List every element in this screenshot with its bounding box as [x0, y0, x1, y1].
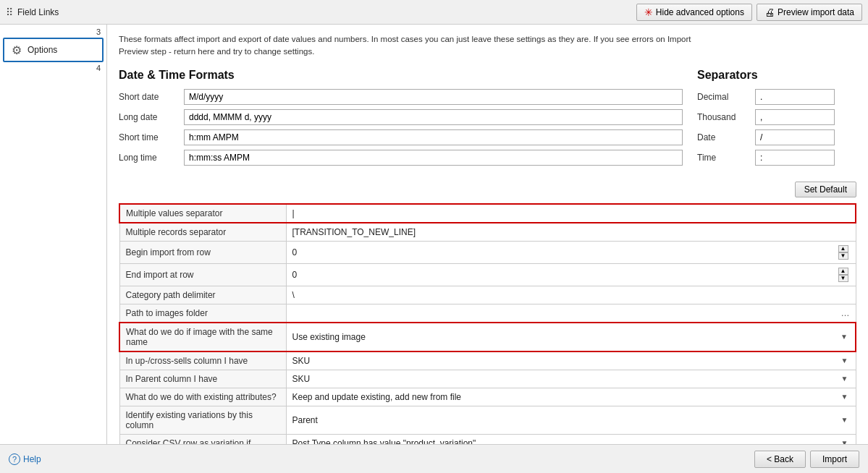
sidebar-item-options[interactable]: ⚙ Options	[3, 38, 104, 62]
decimal-row: Decimal	[697, 89, 856, 105]
dropdown-cell[interactable]: Post Type column has value "product_vari…	[292, 438, 850, 445]
row-value-cell[interactable]: Keep and update existing, add new from f…	[286, 388, 856, 406]
short-date-input[interactable]	[184, 89, 683, 105]
row-label: Multiple values separator	[119, 204, 286, 223]
table-row: Consider CSV row as variation if Post Ty…	[119, 434, 856, 444]
table-row: Multiple values separator|	[119, 204, 856, 223]
chevron-down-icon: ▼	[841, 357, 848, 365]
browse-icon[interactable]: …	[841, 308, 850, 318]
chevron-down-icon: ▼	[841, 439, 848, 444]
dropdown-cell[interactable]: Parent ▼	[292, 415, 850, 425]
table-row: In Parent column I have SKU ▼	[119, 370, 856, 388]
row-label: What do we do if image with the same nam…	[119, 323, 286, 351]
set-default-button[interactable]: Set Default	[795, 182, 856, 197]
help-icon: ?	[9, 453, 20, 465]
time-sep-label: Time	[697, 153, 755, 163]
short-time-input[interactable]	[184, 129, 683, 145]
date-sep-input[interactable]	[755, 129, 835, 145]
dropdown-cell[interactable]: SKU ▼	[292, 374, 850, 384]
row-value-cell[interactable]: Use existing image ▼	[286, 323, 856, 351]
formats-row: Date & Time Formats Short date Long date…	[119, 69, 856, 170]
row-label: In up-/cross-sells column I have	[119, 351, 286, 370]
row-value-cell[interactable]: SKU ▼	[286, 351, 856, 370]
row-value-cell[interactable]: 0 ▲ ▼	[286, 263, 856, 286]
spinner-down-button[interactable]: ▼	[838, 275, 848, 282]
date-sep-row: Date	[697, 129, 856, 145]
thousand-row: Thousand	[697, 109, 856, 125]
sidebar: 3 ⚙ Options 4	[0, 25, 107, 444]
dots-cell: …	[292, 308, 850, 318]
spinner-cell: 0 ▲ ▼	[292, 268, 850, 282]
date-time-section: Date & Time Formats Short date Long date…	[119, 69, 683, 170]
spinner-value: 0	[292, 270, 298, 280]
table-row: End import at row 0 ▲ ▼	[119, 263, 856, 286]
row-label: Multiple records separator	[119, 223, 286, 242]
long-time-label: Long time	[119, 153, 184, 163]
thousand-input[interactable]	[755, 109, 835, 125]
content-area: These formats affect import and export o…	[107, 25, 868, 444]
row-value-cell: |	[286, 204, 856, 223]
row-label: What do we do with existing attributes?	[119, 388, 286, 406]
time-sep-row: Time	[697, 150, 856, 166]
hide-advanced-button[interactable]: ✳ Hide advanced options	[636, 4, 752, 21]
hide-advanced-label: Hide advanced options	[656, 7, 744, 17]
row-value-cell[interactable]: Parent ▼	[286, 406, 856, 434]
sidebar-item-label: Options	[28, 45, 57, 55]
spinner-up-button[interactable]: ▲	[838, 268, 848, 275]
dropdown-cell[interactable]: Use existing image ▼	[292, 332, 850, 342]
dropdown-value: SKU	[292, 356, 311, 366]
short-time-row: Short time	[119, 129, 683, 145]
decimal-label: Decimal	[697, 92, 755, 102]
spinner-down-button[interactable]: ▼	[838, 252, 848, 260]
import-button[interactable]: Import	[810, 451, 859, 468]
dropdown-cell[interactable]: SKU ▼	[292, 356, 850, 366]
long-date-input[interactable]	[184, 109, 683, 125]
table-row: Path to images folder …	[119, 304, 856, 323]
table-row: What do we do with existing attributes? …	[119, 388, 856, 406]
table-row: Category path delimiter\	[119, 286, 856, 304]
preview-import-button[interactable]: 🖨 Preview import data	[757, 4, 862, 21]
description-text: These formats affect import and export o…	[119, 33, 712, 59]
spinner-cell: 0 ▲ ▼	[292, 245, 850, 260]
spinner-buttons: ▲ ▼	[838, 245, 848, 260]
top-bar-left: ⠿ Field Links	[6, 7, 59, 18]
chevron-down-icon: ▼	[841, 375, 848, 383]
row-value-cell[interactable]: Post Type column has value "product_vari…	[286, 434, 856, 444]
long-date-label: Long date	[119, 112, 184, 122]
dropdown-value: Keep and update existing, add new from f…	[292, 392, 461, 402]
short-time-label: Short time	[119, 132, 184, 142]
row-value-cell[interactable]: …	[286, 304, 856, 323]
row-label: In Parent column I have	[119, 370, 286, 388]
thousand-label: Thousand	[697, 112, 755, 122]
short-date-row: Short date	[119, 89, 683, 105]
preview-import-label: Preview import data	[778, 7, 854, 17]
row-value-cell[interactable]: SKU ▼	[286, 370, 856, 388]
dropdown-value: Use existing image	[292, 332, 366, 342]
long-time-input[interactable]	[184, 150, 683, 166]
sidebar-badge-bottom: 4	[3, 64, 104, 72]
dropdown-value: SKU	[292, 374, 311, 384]
field-links-label: Field Links	[17, 7, 59, 17]
time-sep-input[interactable]	[755, 150, 835, 166]
short-date-label: Short date	[119, 92, 184, 102]
help-button[interactable]: ? Help	[9, 453, 41, 465]
long-date-row: Long date	[119, 109, 683, 125]
table-row: Multiple records separator[TRANSITION_TO…	[119, 223, 856, 242]
spinner-up-button[interactable]: ▲	[838, 245, 848, 252]
help-label: Help	[23, 454, 41, 464]
separators-title: Separators	[697, 69, 856, 82]
back-button[interactable]: < Back	[754, 451, 806, 468]
dropdown-cell[interactable]: Keep and update existing, add new from f…	[292, 392, 850, 402]
asterisk-icon: ✳	[644, 7, 653, 18]
row-label: Path to images folder	[119, 304, 286, 323]
top-bar-right: ✳ Hide advanced options 🖨 Preview import…	[636, 4, 862, 21]
decimal-input[interactable]	[755, 89, 835, 105]
date-time-title: Date & Time Formats	[119, 69, 683, 82]
row-value-cell[interactable]: 0 ▲ ▼	[286, 241, 856, 263]
spinner-buttons: ▲ ▼	[838, 268, 848, 282]
preview-icon: 🖨	[764, 7, 775, 18]
separators-section: Separators Decimal Thousand Date Time	[697, 69, 856, 170]
table-row: In up-/cross-sells column I have SKU ▼	[119, 351, 856, 370]
table-row: Identify existing variations by this col…	[119, 406, 856, 434]
settings-table: Multiple values separator|Multiple recor…	[119, 203, 856, 445]
